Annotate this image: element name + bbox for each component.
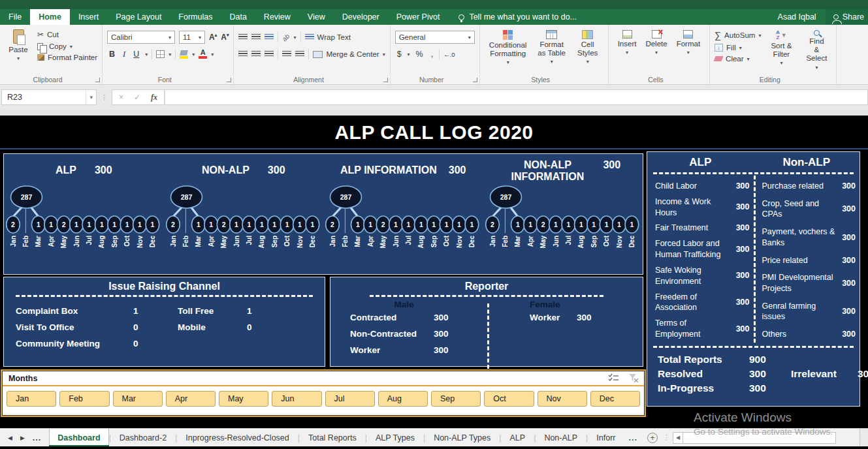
sheet-tab-inforr[interactable]: Inforr [588,429,624,446]
font-name-select[interactable]: Calibri▾ [107,31,175,44]
ribbon-tab-data[interactable]: Data [221,9,255,25]
format-cells-button[interactable]: Format▾ [672,27,705,74]
slicer-button-may[interactable]: May [219,391,268,407]
slicer-button-oct[interactable]: Oct [484,391,534,407]
sort-filter-button[interactable]: AZ▼ Sort & Filter▾ [766,27,796,74]
cut-button[interactable]: ✂Cut [37,30,97,39]
merge-center-button[interactable]: Merge & Center▾ [313,50,385,58]
align-center-icon[interactable] [251,51,261,57]
sheet-nav-left-icon[interactable]: ◀ [8,435,12,441]
underline-button[interactable]: U [131,50,141,59]
svg-text:2: 2 [330,221,334,228]
clear-filter-icon[interactable] [628,373,639,382]
fill-button[interactable]: ↓Fill▾ [715,44,761,52]
format-as-table-button[interactable]: Format as Table▾ [532,27,572,74]
sheet-tab-alp[interactable]: ALP [501,429,534,446]
slicer-button-jul[interactable]: Jul [325,391,375,407]
delete-cells-button[interactable]: Delete▾ [641,27,671,74]
ribbon-tab-review[interactable]: Review [255,9,299,25]
name-box-dropdown-icon[interactable]: ▾ [86,90,96,104]
clear-button[interactable]: Clear▾ [715,55,761,63]
slicer-button-feb[interactable]: Feb [59,391,109,407]
slicer-button-apr[interactable]: Apr [166,391,216,407]
insert-function-button[interactable]: fx [151,93,157,102]
slicer-button-sep[interactable]: Sep [431,391,481,407]
sheet-tab-inprogress-resolved-closed[interactable]: Inprogress-Resolved-Closed [177,429,297,446]
align-left-icon[interactable] [238,51,248,57]
paste-button[interactable]: Paste▾ [5,27,32,61]
insert-cells-button[interactable]: Insert▾ [613,27,641,74]
name-box[interactable]: R23 ▾ [1,89,97,105]
share-button[interactable]: Share [826,9,868,25]
font-size-select[interactable]: 11▾ [179,31,205,44]
font-dialog-launcher-icon[interactable] [227,78,231,82]
ribbon-tab-page-layout[interactable]: Page Layout [107,9,170,25]
accounting-format-button[interactable]: $ [395,50,404,59]
shrink-font-button[interactable]: A▾ [221,33,229,42]
sheet-tab-dashboard-2[interactable]: Dashboard-2 [111,429,175,446]
clipboard-dialog-launcher-icon[interactable] [95,78,100,82]
ribbon-tab-developer[interactable]: Developer [334,9,388,25]
tell-me-box[interactable]: Tell me what you want to do... [458,9,577,25]
slicer-button-dec[interactable]: Dec [590,391,640,407]
sheet-tab-dashboard[interactable]: Dashboard [49,429,108,446]
slicer-button-jan[interactable]: Jan [7,391,56,407]
item-label: Crop, Seed and CPAs [762,198,843,221]
more-sheets-indicator[interactable]: ... [624,429,642,446]
sheet-tab-total-reports[interactable]: Total Reports [300,429,365,446]
italic-button[interactable]: I [121,50,127,59]
copy-button[interactable]: Copy▾ [37,42,97,50]
svg-text:Dec: Dec [628,236,635,248]
ribbon-tab-insert[interactable]: Insert [70,9,107,25]
font-color-button[interactable]: A [199,50,207,59]
slicer-button-mar[interactable]: Mar [113,391,163,407]
fill-color-button[interactable] [180,50,188,59]
autosum-button[interactable]: ∑AutoSum▾ [715,30,761,40]
panel-title: Issue Raising Channel [4,277,325,292]
increase-indent-icon[interactable] [295,51,304,57]
multi-select-icon[interactable] [608,373,619,382]
hscroll-left-arrow[interactable]: ◀ [673,432,683,444]
svg-text:Oct: Oct [443,235,450,246]
alignment-dialog-launcher-icon[interactable] [383,78,388,82]
ribbon-tab-view[interactable]: View [299,9,334,25]
user-name[interactable]: Asad Iqbal [769,12,826,22]
confirm-entry-icon[interactable]: ✓ [134,93,140,102]
sheet-tab-non-alp[interactable]: Non-ALP [536,429,586,446]
cell-styles-button[interactable]: Cell Styles▾ [572,27,603,74]
number-dialog-launcher-icon[interactable] [473,78,477,82]
number-format-select[interactable]: General▾ [395,31,475,44]
align-right-icon[interactable] [265,51,274,57]
align-middle-icon[interactable] [251,34,261,40]
format-painter-button[interactable]: Format Painter [37,54,97,61]
new-sheet-button[interactable]: + [647,433,658,443]
sheet-tab-alp-types[interactable]: ALP Types [367,429,423,446]
find-select-button[interactable]: Find & Select▾ [801,27,831,74]
align-bottom-icon[interactable] [265,34,274,40]
align-top-icon[interactable] [238,34,248,40]
sheet-nav-right-icon[interactable]: ▶ [20,435,25,441]
slicer-button-jun[interactable]: Jun [272,391,321,407]
ribbon-tab-power-pivot[interactable]: Power Pivot [388,9,449,25]
percent-style-button[interactable]: % [414,50,425,59]
increase-decimal-button[interactable]: ←.0 [443,51,455,58]
formula-input[interactable] [165,89,868,105]
item-label: Fair Treatment [655,223,736,234]
ribbon-tab-home[interactable]: Home [30,9,70,25]
decrease-indent-icon[interactable] [282,51,291,57]
ribbon-tab-formulas[interactable]: Formulas [170,9,221,25]
borders-button[interactable] [156,50,165,58]
wrap-text-button[interactable]: Wrap Text [305,33,351,41]
sheet-nav-more-icon[interactable]: ... [33,433,41,442]
cancel-entry-icon[interactable]: × [119,93,123,102]
comma-style-button[interactable]: , [429,50,435,59]
grow-font-button[interactable]: A▴ [209,33,217,42]
slicer-button-nov[interactable]: Nov [538,391,587,407]
sheet-tab-non-alp-types[interactable]: Non-ALP Types [425,429,499,446]
orientation-button[interactable]: ab [281,32,291,42]
slicer-button-aug[interactable]: Aug [378,391,428,407]
ribbon-tab-file[interactable]: File [0,9,30,25]
item-value: 300 [842,278,856,289]
bold-button[interactable]: B [107,50,117,59]
conditional-formatting-button[interactable]: Conditional Formatting▾ [485,27,532,74]
